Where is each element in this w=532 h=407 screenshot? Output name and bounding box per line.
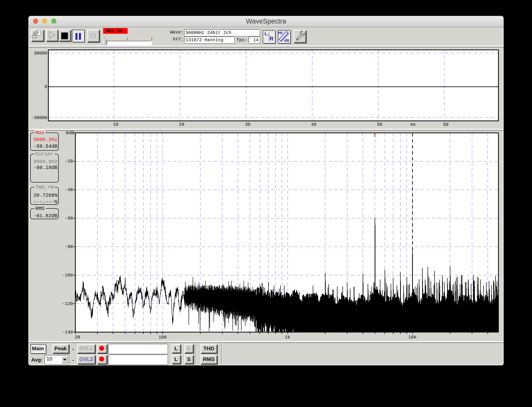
svg-text:Hz: Hz <box>278 30 283 35</box>
svg-text:dB: dB <box>284 38 289 42</box>
svg-text:L: L <box>265 31 267 36</box>
svg-text:R: R <box>269 36 273 42</box>
